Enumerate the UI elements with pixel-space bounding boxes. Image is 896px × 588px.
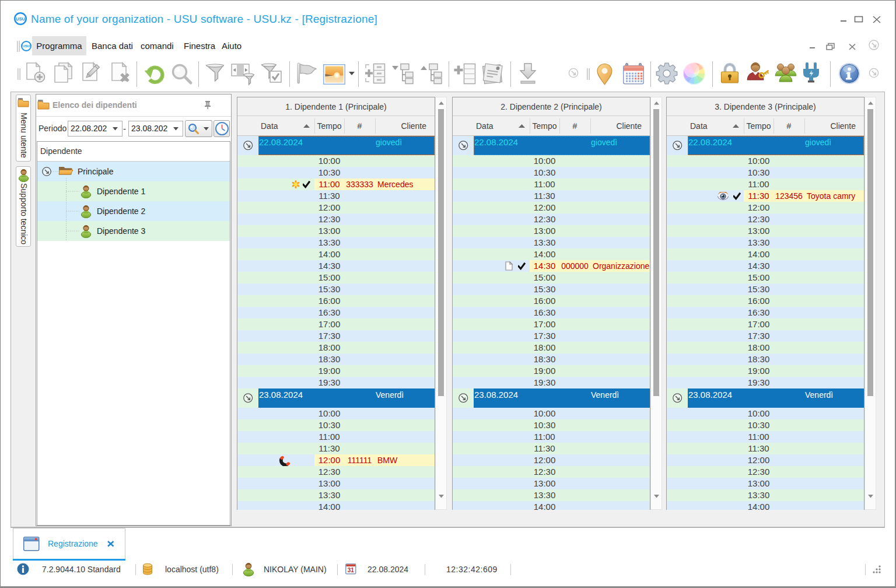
svg-text:31: 31 [348, 567, 355, 573]
svg-text:USU: USU [16, 16, 26, 22]
svg-text:USU: USU [22, 44, 30, 48]
